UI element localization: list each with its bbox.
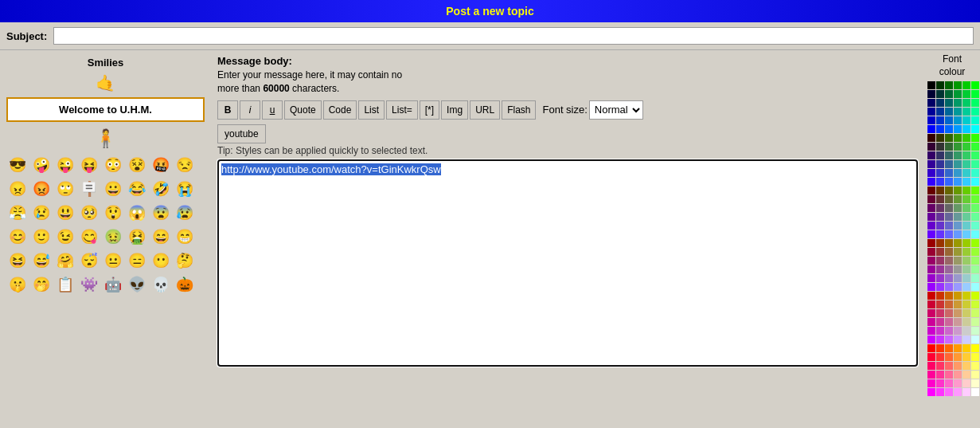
color-cell[interactable] [936, 125, 944, 133]
smiley-item[interactable]: 🤫 [6, 273, 29, 296]
color-cell[interactable] [962, 213, 970, 221]
color-cell[interactable] [971, 265, 979, 273]
color-cell[interactable] [927, 248, 935, 256]
color-cell[interactable] [954, 300, 962, 308]
color-cell[interactable] [945, 248, 953, 256]
smiley-wtf[interactable]: 🤬 [150, 154, 172, 176]
smiley-item[interactable]: 😵 [126, 154, 148, 176]
color-cell[interactable] [945, 125, 953, 133]
color-cell[interactable] [927, 195, 935, 203]
color-cell[interactable] [936, 239, 944, 247]
color-cell[interactable] [971, 257, 979, 265]
color-cell[interactable] [927, 274, 935, 282]
color-cell[interactable] [971, 353, 979, 361]
color-cell[interactable] [954, 379, 962, 387]
flash-button[interactable]: Flash [502, 100, 536, 120]
color-cell[interactable] [962, 274, 970, 282]
color-cell[interactable] [962, 134, 970, 142]
color-cell[interactable] [927, 257, 935, 265]
color-cell[interactable] [927, 318, 935, 326]
color-cell[interactable] [927, 151, 935, 159]
color-cell[interactable] [927, 300, 935, 308]
color-cell[interactable] [945, 292, 953, 300]
smiley-item[interactable]: 😂 [126, 178, 148, 200]
color-cell[interactable] [954, 125, 962, 133]
color-cell[interactable] [936, 257, 944, 265]
smiley-item[interactable]: 😐 [102, 249, 124, 272]
color-cell[interactable] [945, 327, 953, 335]
smiley-item[interactable]: 😳 [102, 154, 124, 176]
color-cell[interactable] [962, 239, 970, 247]
color-cell[interactable] [936, 90, 944, 98]
smiley-item[interactable]: 🙂 [30, 226, 53, 248]
color-cell[interactable] [954, 90, 962, 98]
color-cell[interactable] [936, 160, 944, 168]
color-cell[interactable] [962, 116, 970, 124]
color-cell[interactable] [971, 116, 979, 124]
color-cell[interactable] [936, 187, 944, 194]
color-cell[interactable] [936, 371, 944, 379]
color-cell[interactable] [945, 344, 953, 352]
smiley-item[interactable]: 😱 [126, 202, 148, 224]
color-cell[interactable] [936, 265, 944, 273]
color-cell[interactable] [971, 81, 979, 89]
color-cell[interactable] [962, 265, 970, 273]
color-cell[interactable] [971, 178, 979, 186]
smiley-item[interactable]: 😲 [102, 202, 124, 224]
color-cell[interactable] [954, 283, 962, 291]
smiley-item[interactable]: 😄 [150, 226, 172, 248]
color-cell[interactable] [962, 169, 970, 177]
color-cell[interactable] [971, 151, 979, 159]
color-cell[interactable] [936, 292, 944, 300]
smiley-item[interactable]: 😠 [6, 178, 29, 200]
color-cell[interactable] [927, 371, 935, 379]
color-cell[interactable] [936, 327, 944, 335]
color-cell[interactable] [954, 134, 962, 142]
color-cell[interactable] [936, 143, 944, 151]
color-cell[interactable] [962, 318, 970, 326]
color-cell[interactable] [962, 362, 970, 370]
color-cell[interactable] [936, 134, 944, 142]
color-cell[interactable] [971, 160, 979, 168]
color-cell[interactable] [962, 230, 970, 238]
color-cell[interactable] [927, 265, 935, 273]
color-cell[interactable] [962, 300, 970, 308]
color-cell[interactable] [962, 222, 970, 230]
color-cell[interactable] [936, 195, 944, 203]
color-cell[interactable] [945, 213, 953, 221]
color-cell[interactable] [971, 125, 979, 133]
smiley-welcome-sign[interactable]: 🪧 [78, 178, 100, 200]
color-cell[interactable] [945, 222, 953, 230]
color-cell[interactable] [971, 213, 979, 221]
smiley-item[interactable]: 🤢 [102, 226, 124, 248]
subject-input[interactable] [53, 27, 974, 45]
color-cell[interactable] [945, 143, 953, 151]
color-cell[interactable] [927, 283, 935, 291]
smiley-item[interactable]: 😨 [150, 202, 172, 224]
color-cell[interactable] [927, 353, 935, 361]
smiley-item[interactable]: 😉 [54, 226, 76, 248]
color-cell[interactable] [936, 169, 944, 177]
color-cell[interactable] [962, 327, 970, 335]
smiley-item[interactable]: 😀 [102, 178, 124, 200]
color-cell[interactable] [936, 99, 944, 107]
star-button[interactable]: [*] [420, 100, 439, 120]
smiley-item[interactable]: 😃 [54, 202, 76, 224]
color-cell[interactable] [945, 371, 953, 379]
color-cell[interactable] [936, 230, 944, 238]
color-cell[interactable] [927, 81, 935, 89]
message-textarea[interactable]: http://www.youtube.com/watch?v=tGinKwkrQ… [217, 159, 918, 367]
color-cell[interactable] [927, 90, 935, 98]
color-cell[interactable] [945, 309, 953, 317]
color-cell[interactable] [971, 204, 979, 212]
color-cell[interactable] [954, 371, 962, 379]
color-cell[interactable] [945, 257, 953, 265]
color-cell[interactable] [936, 81, 944, 89]
color-cell[interactable] [962, 160, 970, 168]
color-cell[interactable] [954, 257, 962, 265]
color-cell[interactable] [954, 99, 962, 107]
color-cell[interactable] [936, 204, 944, 212]
color-cell[interactable] [971, 388, 979, 396]
smiley-item[interactable]: 😤 [6, 202, 29, 224]
smiley-item[interactable]: 🤣 [150, 178, 172, 200]
